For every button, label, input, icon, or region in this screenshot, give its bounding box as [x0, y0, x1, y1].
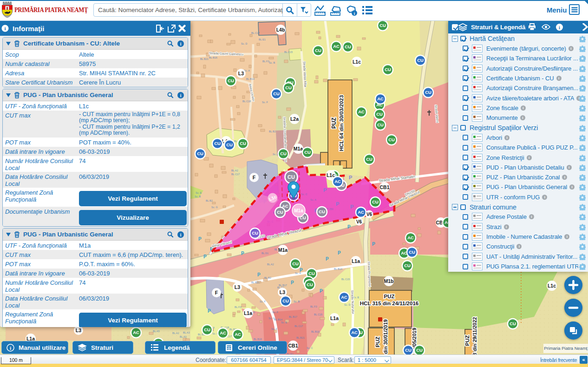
svg-text:BL C15: BL C15 — [314, 313, 322, 316]
svg-text:V6: V6 — [356, 219, 362, 224]
svg-text:CU: CU — [319, 209, 325, 214]
svg-text:Sc. F: Sc. F — [262, 101, 268, 104]
svg-text:L1c: L1c — [327, 172, 335, 178]
svg-text:L4b: L4b — [276, 27, 285, 33]
svg-text:CU: CU — [417, 58, 424, 63]
svg-text:L3: L3 — [76, 328, 81, 333]
svg-text:CU: CU — [416, 347, 423, 353]
svg-text:P: P — [203, 254, 207, 259]
svg-text:CU: CU — [287, 174, 295, 180]
svg-text:P: P — [300, 268, 303, 273]
svg-text:CU: CU — [315, 48, 321, 53]
svg-text:P: P — [338, 250, 341, 256]
svg-text:F: F — [253, 175, 256, 180]
svg-text:P: P — [347, 224, 351, 229]
svg-text:P: P — [349, 175, 352, 180]
svg-text:V6: V6 — [366, 212, 372, 217]
svg-text:CU: CU — [425, 90, 431, 95]
svg-text:P: P — [208, 308, 211, 314]
svg-text:i: i — [559, 25, 560, 30]
svg-text:AC: AC — [334, 179, 341, 184]
svg-text:AC: AC — [235, 332, 241, 337]
svg-text:BL B17: BL B17 — [289, 315, 297, 318]
svg-text:PUZ: PUZ — [464, 335, 470, 346]
svg-text:L1c: L1c — [548, 283, 556, 288]
svg-text:BL B16: BL B16 — [254, 338, 262, 341]
svg-text:HCL 64 din 30/03/2023: HCL 64 din 30/03/2023 — [339, 95, 344, 151]
svg-text:Sc. F: Sc. F — [271, 328, 277, 330]
svg-text:HCL 315 din 24/11/2016: HCL 315 din 24/11/2016 — [360, 301, 418, 306]
svg-text:AC: AC — [358, 210, 364, 215]
svg-text:P: P — [291, 280, 294, 285]
svg-text:PUZ: PUZ — [384, 294, 395, 299]
svg-text:BL B21: BL B21 — [296, 336, 305, 339]
svg-text:CU: CU — [510, 321, 516, 326]
svg-text:P: P — [336, 201, 339, 207]
svg-text:P: P — [198, 236, 202, 242]
svg-text:BL A5: BL A5 — [153, 330, 159, 333]
svg-text:CU: CU — [405, 347, 412, 353]
svg-text:CU: CU — [280, 151, 287, 156]
svg-text:CU: CU — [240, 141, 246, 146]
svg-text:Sc. F: Sc. F — [272, 311, 278, 314]
svg-text:Sc. F: Sc. F — [260, 300, 266, 303]
svg-text:L3: L3 — [238, 71, 244, 76]
svg-text:CU: CU — [404, 263, 411, 268]
svg-text:BL D1: BL D1 — [261, 252, 268, 255]
svg-text:CU: CU — [277, 210, 283, 215]
svg-text:BL C17: BL C17 — [294, 325, 303, 328]
svg-text:Sc. C: Sc. C — [301, 193, 307, 196]
svg-text:AC: AC — [377, 96, 384, 101]
svg-text:P: P — [326, 256, 329, 262]
svg-text:BL A2: BL A2 — [267, 263, 274, 266]
svg-text:L1c: L1c — [353, 59, 361, 65]
svg-text:Sc. E: Sc. E — [281, 321, 287, 324]
svg-text:i: i — [4, 26, 6, 31]
svg-text:BL B16: BL B16 — [209, 56, 217, 59]
svg-text:CU: CU — [409, 249, 415, 255]
svg-text:CU: CU — [308, 271, 315, 276]
svg-text:i: i — [180, 41, 182, 46]
svg-text:Sc. B: Sc. B — [195, 195, 201, 198]
svg-text:i: i — [10, 345, 11, 350]
svg-text:BL E1: BL E1 — [259, 38, 266, 41]
svg-text:CU: CU — [282, 298, 289, 303]
svg-text:Sc. D: Sc. D — [344, 303, 350, 306]
svg-text:BL C15: BL C15 — [284, 51, 293, 53]
svg-text:AC: AC — [341, 295, 347, 300]
svg-text:BL B21: BL B21 — [200, 58, 209, 60]
svg-text:CB1: CB1 — [379, 184, 389, 190]
svg-text:Sc. B: Sc. B — [294, 300, 300, 303]
svg-text:CU: CU — [197, 151, 203, 156]
svg-text:L1a: L1a — [330, 315, 339, 321]
svg-text:L1a: L1a — [244, 310, 252, 316]
svg-text:CU: CU — [366, 157, 372, 162]
svg-text:BL A3: BL A3 — [183, 331, 189, 334]
svg-text:i: i — [180, 93, 182, 98]
svg-text:L1a: L1a — [352, 258, 360, 264]
svg-text:Sc. A: Sc. A — [310, 198, 316, 201]
svg-text:F: F — [215, 290, 218, 295]
svg-text:AC: AC — [351, 330, 358, 335]
svg-text:Sc. D: Sc. D — [241, 42, 247, 45]
svg-text:BL F3: BL F3 — [310, 305, 317, 308]
svg-text:CB1: CB1 — [288, 343, 298, 348]
svg-text:CU: CU — [307, 282, 313, 287]
svg-text:BL F3: BL F3 — [235, 306, 241, 308]
svg-text:BL C15: BL C15 — [341, 278, 350, 281]
svg-text:CU: CU — [376, 111, 383, 117]
svg-text:CU: CU — [226, 142, 233, 147]
svg-text:CU: CU — [252, 230, 258, 236]
svg-text:BL A2: BL A2 — [172, 332, 179, 334]
svg-text:P: P — [241, 251, 244, 256]
svg-text:Sc. B: Sc. B — [269, 61, 275, 64]
svg-text:AC: AC — [358, 109, 365, 114]
svg-text:BL B2: BL B2 — [264, 276, 271, 279]
svg-text:BL B16: BL B16 — [311, 330, 320, 333]
svg-text:BL B14: BL B14 — [246, 78, 255, 80]
svg-text:CU: CU — [304, 150, 311, 155]
svg-text:PUZ: PUZ — [375, 337, 380, 347]
svg-text:AC: AC — [407, 235, 414, 240]
svg-text:P: P — [257, 272, 261, 277]
svg-text:BL C18: BL C18 — [242, 100, 251, 103]
